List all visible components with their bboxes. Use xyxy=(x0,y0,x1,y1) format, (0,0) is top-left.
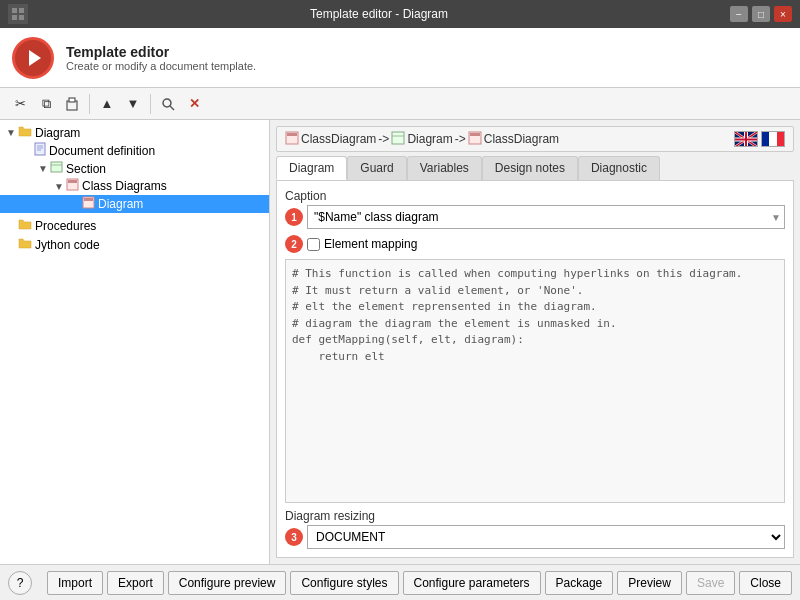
caption-row: 1 ▼ xyxy=(285,205,785,229)
main-area: ▼ Diagram Document definition ▼ Section … xyxy=(0,120,800,564)
close-window-button[interactable]: × xyxy=(774,6,792,22)
cut-button[interactable]: ✂ xyxy=(8,92,32,116)
tree-label: Jython code xyxy=(35,238,100,252)
tree-item-diagram[interactable]: ▼ Diagram xyxy=(0,124,269,141)
element-mapping-label: Element mapping xyxy=(324,237,417,251)
header: Template editor Create or modify a docum… xyxy=(0,28,800,88)
titlebar: Template editor - Diagram − □ × xyxy=(0,0,800,28)
tree-item-class-diagrams[interactable]: ▼ Class Diagrams xyxy=(0,177,269,195)
resize-label: Diagram resizing xyxy=(285,509,785,523)
svg-rect-3 xyxy=(19,15,24,20)
header-title: Template editor xyxy=(66,44,256,60)
tree-item-section[interactable]: ▼ Section xyxy=(0,160,269,177)
preview-button[interactable]: Preview xyxy=(617,571,682,595)
svg-rect-6 xyxy=(69,98,75,102)
breadcrumb-part1: ClassDiagram xyxy=(301,132,376,146)
configure-parameters-button[interactable]: Configure parameters xyxy=(403,571,541,595)
section-icon xyxy=(50,161,63,176)
help-button[interactable]: ? xyxy=(8,571,32,595)
copy-button[interactable]: ⧉ xyxy=(34,92,58,116)
svg-rect-9 xyxy=(35,143,45,155)
breadcrumb-icon1 xyxy=(285,131,299,148)
tree-label: Class Diagrams xyxy=(82,179,167,193)
header-subtitle: Create or modify a document template. xyxy=(66,60,256,72)
caption-label: Caption xyxy=(285,189,785,203)
svg-rect-0 xyxy=(12,8,17,13)
svg-rect-24 xyxy=(470,133,480,136)
app-icon xyxy=(8,4,28,24)
app-logo xyxy=(12,37,54,79)
tab-design-notes[interactable]: Design notes xyxy=(482,156,578,180)
save-button[interactable]: Save xyxy=(686,571,735,595)
tree-item-procedures[interactable]: Procedures xyxy=(0,217,269,234)
export-button[interactable]: Export xyxy=(107,571,164,595)
resize-select[interactable]: DOCUMENT FIT NONE xyxy=(307,525,785,549)
package-button[interactable]: Package xyxy=(545,571,614,595)
resize-row: 3 DOCUMENT FIT NONE xyxy=(285,525,785,549)
header-text: Template editor Create or modify a docum… xyxy=(66,44,256,72)
caption-input-wrap: ▼ xyxy=(307,205,785,229)
breadcrumb-part2: Diagram xyxy=(407,132,452,146)
tree-item-doc-def[interactable]: Document definition xyxy=(0,141,269,160)
configure-preview-button[interactable]: Configure preview xyxy=(168,571,287,595)
element-mapping-checkbox[interactable] xyxy=(307,238,320,251)
flag-uk-button[interactable] xyxy=(734,131,758,147)
tree-item-jython[interactable]: Jython code xyxy=(0,236,269,253)
svg-rect-13 xyxy=(51,162,62,172)
svg-rect-34 xyxy=(762,132,769,147)
tab-diagram[interactable]: Diagram xyxy=(276,156,347,180)
svg-point-7 xyxy=(163,99,171,107)
caption-section: Caption 1 ▼ xyxy=(285,189,785,229)
svg-rect-21 xyxy=(392,132,404,144)
configure-styles-button[interactable]: Configure styles xyxy=(290,571,398,595)
tree-label: Diagram xyxy=(98,197,143,211)
find-button[interactable] xyxy=(156,92,180,116)
toggle-icon xyxy=(68,199,82,210)
delete-button[interactable]: ✕ xyxy=(182,92,206,116)
svg-rect-36 xyxy=(777,132,784,147)
import-button[interactable]: Import xyxy=(47,571,103,595)
close-button[interactable]: Close xyxy=(739,571,792,595)
diagram-icon xyxy=(82,196,95,212)
caption-input[interactable] xyxy=(307,205,785,229)
tab-bar: Diagram Guard Variables Design notes Dia… xyxy=(276,156,794,180)
tab-variables[interactable]: Variables xyxy=(407,156,482,180)
toggle-icon: ▼ xyxy=(52,181,66,192)
breadcrumb-text: ClassDiagram -> Diagram -> ClassDiagram xyxy=(285,131,559,148)
toggle-icon xyxy=(4,239,18,250)
breadcrumb-icon3 xyxy=(468,131,482,148)
tree-label: Diagram xyxy=(35,126,80,140)
caption-number-badge: 1 xyxy=(285,208,303,226)
tab-diagnostic[interactable]: Diagnostic xyxy=(578,156,660,180)
tree-label: Section xyxy=(66,162,106,176)
code-editor[interactable]: # This function is called when computing… xyxy=(285,259,785,503)
toggle-icon xyxy=(20,145,34,156)
language-flags xyxy=(734,131,785,147)
element-mapping-badge: 2 xyxy=(285,235,303,253)
breadcrumb-part3: ClassDiagram xyxy=(484,132,559,146)
tree-label: Procedures xyxy=(35,219,96,233)
footer-right: Import Export Configure preview Configur… xyxy=(47,571,792,595)
folder-icon xyxy=(18,125,32,140)
folder-icon xyxy=(18,237,32,252)
svg-line-8 xyxy=(170,106,174,110)
svg-rect-16 xyxy=(68,180,77,183)
window-controls: − □ × xyxy=(730,6,792,22)
tree-panel: ▼ Diagram Document definition ▼ Section … xyxy=(0,120,270,564)
doc-icon xyxy=(34,142,46,159)
minimize-button[interactable]: − xyxy=(730,6,748,22)
svg-rect-20 xyxy=(287,133,297,136)
resize-section: Diagram resizing 3 DOCUMENT FIT NONE xyxy=(285,509,785,549)
maximize-button[interactable]: □ xyxy=(752,6,770,22)
folder-icon xyxy=(18,218,32,233)
paste-button[interactable] xyxy=(60,92,84,116)
move-down-button[interactable]: ▼ xyxy=(121,92,145,116)
breadcrumb-arrow2: -> xyxy=(455,132,466,146)
tab-guard[interactable]: Guard xyxy=(347,156,406,180)
tree-item-diagram-child[interactable]: Diagram xyxy=(0,195,269,213)
svg-marker-4 xyxy=(29,50,41,66)
content-panel: ClassDiagram -> Diagram -> ClassDiagram xyxy=(270,120,800,564)
flag-fr-button[interactable] xyxy=(761,131,785,147)
breadcrumb-arrow1: -> xyxy=(378,132,389,146)
move-up-button[interactable]: ▲ xyxy=(95,92,119,116)
